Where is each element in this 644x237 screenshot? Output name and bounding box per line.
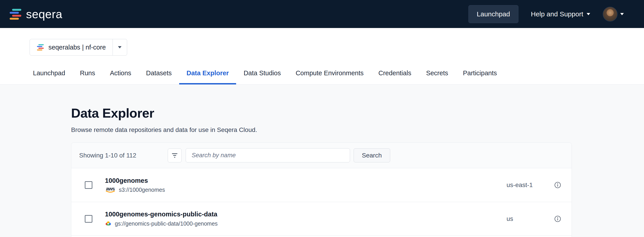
help-and-support-label: Help and Support [531,10,584,18]
tab-runs[interactable]: Runs [73,63,103,84]
search-button[interactable]: Search [354,148,390,162]
tab-actions[interactable]: Actions [102,63,138,84]
bucket-uri: gs://genomics-public-data/1000-genomes [115,221,218,227]
workspace-org-icon [36,43,44,51]
workspace-selector-label: seqeralabs | nf-core [48,44,106,51]
tab-compute-environments[interactable]: Compute Environments [288,63,371,84]
seqera-home-link[interactable]: seqera [9,7,62,21]
tab-credentials[interactable]: Credentials [371,63,419,84]
main-content: Data Explorer Browse remote data reposit… [0,84,644,237]
info-icon [554,215,561,223]
bucket-uri: s3://1000genomes [119,187,165,193]
top-navbar: seqera Launchpad Help and Support [0,0,644,28]
tab-participants[interactable]: Participants [456,63,504,84]
bucket-uri-line: aws s3://1000genomes [105,187,506,193]
page-title: Data Explorer [71,105,644,121]
info-button[interactable] [554,182,561,189]
brand-wordmark: seqera [26,7,62,21]
workspace-selector-toggle[interactable] [112,39,127,55]
data-explorer-panel: Showing 1-10 of 112 Search 1000genomes a… [71,142,572,237]
aws-icon: aws [105,187,116,193]
row-info: 1000genomes aws s3://1000genomes [105,177,506,193]
table-row[interactable]: 1000genomes-genomics-public-data gs://ge… [71,202,572,236]
workspace-tabs: Launchpad Runs Actions Datasets Data Exp… [0,63,644,84]
chevron-down-icon [586,13,590,15]
row-info: 1000genomes-genomics-public-data gs://ge… [105,211,506,227]
workspace-and-tabs-section: seqeralabs | nf-core Launchpad Runs Acti… [0,28,644,84]
tab-secrets[interactable]: Secrets [419,63,456,84]
row-checkbox[interactable] [85,181,92,189]
chevron-down-icon [118,46,122,48]
seqera-logo-icon [9,7,22,21]
user-avatar [603,7,618,21]
navbar-right: Launchpad Help and Support [468,5,624,23]
tab-data-studios[interactable]: Data Studios [236,63,288,84]
tab-launchpad[interactable]: Launchpad [26,63,73,84]
workspace-selector-current[interactable]: seqeralabs | nf-core [30,39,112,55]
tab-data-explorer[interactable]: Data Explorer [179,63,236,84]
google-cloud-icon [105,220,112,227]
results-count: Showing 1-10 of 112 [79,152,136,159]
info-icon [554,182,561,189]
bucket-region: us-east-1 [506,182,554,189]
info-button[interactable] [554,215,561,223]
table-row[interactable]: 1000genomes aws s3://1000genomes us-east… [71,168,572,202]
bucket-region: us [506,215,554,223]
filter-button[interactable] [168,149,182,162]
workspace-bar: seqeralabs | nf-core [0,28,644,55]
table-row[interactable] [71,236,572,237]
bucket-name: 1000genomes-genomics-public-data [105,211,506,218]
bucket-uri-line: gs://genomics-public-data/1000-genomes [105,220,506,227]
bucket-name: 1000genomes [105,177,506,184]
help-and-support-menu[interactable]: Help and Support [531,10,590,18]
filter-icon [171,152,178,159]
tab-datasets[interactable]: Datasets [138,63,179,84]
launchpad-button[interactable]: Launchpad [468,5,518,23]
user-menu[interactable] [603,7,624,21]
workspace-selector[interactable]: seqeralabs | nf-core [30,39,127,55]
page-subtitle: Browse remote data repositories and data… [71,126,644,134]
chevron-down-icon [620,13,624,15]
search-input[interactable] [186,148,350,162]
panel-toolbar: Showing 1-10 of 112 Search [71,143,572,168]
row-checkbox[interactable] [85,215,92,223]
